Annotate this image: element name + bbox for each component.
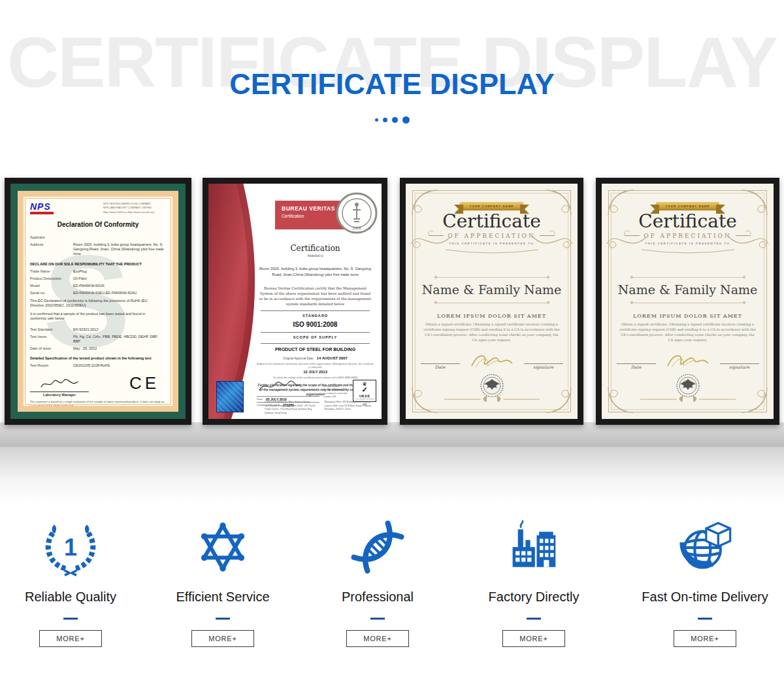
certificate-title: Certificate — [417, 212, 566, 232]
feature-label: Reliable Quality — [0, 590, 148, 605]
rohs-note: This EC-Declaration of conformity is fol… — [30, 299, 161, 308]
company-name-ribbon: YOUR COMPANY NAME — [460, 202, 523, 210]
certificate-title: Certificate — [613, 212, 762, 232]
signer-title: Laboratory Manager — [30, 391, 89, 397]
signature-icon — [257, 380, 302, 393]
feature-factory-directly: Factory Directly MORE+ — [457, 516, 611, 647]
field-value — [73, 235, 166, 240]
confirm-note: It is confirmed that a sample of the pro… — [30, 312, 161, 322]
globe-with-package-icon — [675, 517, 735, 577]
field-value: ED-FM40KW-60UK — [73, 284, 166, 288]
nps-logo-text: NPS — [30, 202, 54, 211]
certificate-subtitle: OF APPRECIATION — [644, 233, 732, 239]
divider — [632, 303, 744, 303]
body-text: Obtain a signed certificate. Obtaining a… — [423, 322, 561, 342]
signature-line: signature — [524, 363, 563, 370]
bureau-veritas-seal-icon: 1828 — [335, 192, 378, 235]
field-value: Pb, Hg, Cd, Cr6+, PBB, PBDE, HBCDD, DEHP… — [73, 335, 166, 344]
certificate-appreciation-2: YOUR COMPANY NAME Certificate OF APPRECI… — [596, 178, 779, 425]
field-label: Test Report — [30, 363, 73, 368]
recipient-name: Name & Family Name — [417, 282, 566, 297]
more-button[interactable]: MORE+ — [191, 630, 254, 647]
feature-reliable-quality: 1 Reliable Quality MORE+ — [0, 516, 148, 647]
certificate-page: YOUR COMPANY NAME Certificate OF APPRECI… — [602, 184, 774, 419]
more-button[interactable]: MORE+ — [502, 630, 565, 647]
dot-icon — [375, 118, 378, 122]
field-label: Product Description — [30, 276, 73, 281]
dash-decoration — [736, 235, 750, 236]
field-value: ED-FM40KW-60EU,ED-FM40KW-60AU — [73, 291, 166, 295]
feature-label: Professional — [301, 590, 455, 605]
certificate-title: Declaration Of Conformity — [30, 220, 166, 229]
signature-line: signature — [720, 363, 759, 370]
feature-professional: Professional MORE+ — [301, 516, 455, 647]
standard-label: STANDARD — [255, 314, 375, 318]
certificate-title: Certification — [255, 244, 375, 253]
gold-monogram-icon — [468, 349, 516, 373]
body-text: Obtain a signed certificate. Obtaining a… — [619, 322, 757, 342]
field-label: Applicant — [30, 235, 73, 240]
six-pointed-star-icon — [195, 519, 251, 575]
awarded-address: Room 3320, building 3, boke group headqu… — [255, 266, 375, 278]
standard-value: ISO 9001:2008 — [255, 321, 375, 328]
shelf-shadow — [0, 447, 784, 503]
field-label: Date of issue — [30, 346, 73, 351]
accent-dash — [370, 618, 385, 620]
field-label: Trade Name — [30, 269, 73, 274]
laurel-wreath-number-one-icon: 1 — [41, 518, 100, 576]
shelf-bar — [0, 422, 784, 447]
presented-line: THIS CERTIFICATE IS PRESENTED TO — [613, 242, 762, 245]
title-dots-decoration — [0, 116, 784, 124]
declare-heading: DECLARE ON OUR SOLE RESPONSIBILITY THAT … — [30, 262, 166, 267]
field-value: Oil Paint — [73, 276, 166, 281]
field-value: Room 3320, building 3, boke group headqu… — [73, 242, 166, 257]
presented-line: THIS CERTIFICATE IS PRESENTED TO — [417, 242, 566, 245]
gold-monogram-icon — [664, 349, 712, 373]
dash-decoration — [540, 235, 554, 236]
divider — [436, 303, 548, 303]
dot-icon — [392, 117, 398, 123]
valid-until-date: 13 JULY 2013 — [255, 370, 375, 374]
signature-block: Laboratory Manager — [30, 378, 89, 397]
certificate-bureau-veritas: BUREAU VERITAS Certification 1828 Certif… — [203, 178, 387, 425]
awarded-to: Awarded to — [255, 254, 375, 258]
certificate-appreciation-1: YOUR COMPANY NAME Certificate OF APPRECI… — [400, 178, 583, 425]
more-button[interactable]: MORE+ — [674, 630, 736, 647]
more-button[interactable]: MORE+ — [346, 630, 409, 647]
feature-label: Fast On-time Delivery — [628, 590, 782, 605]
dash-decoration — [625, 235, 640, 236]
dash-decoration — [429, 235, 444, 236]
divider — [261, 343, 370, 344]
dna-helix-icon — [348, 517, 408, 577]
approval-label: Original Approval Date: — [283, 357, 314, 360]
feature-label: Factory Directly — [457, 590, 611, 605]
date-line: Date — [617, 363, 656, 370]
ce-mark: CE — [129, 372, 159, 395]
hologram-sticker — [216, 381, 244, 412]
page-title: CERTIFICATE DISPLAY — [0, 67, 784, 101]
accent-dash — [527, 618, 541, 620]
divider — [436, 277, 548, 278]
dot-icon — [402, 116, 410, 124]
accreditation-note: Bureau Veritas Certification using the a… — [323, 380, 349, 399]
scope-value: PRODUCT OF STEEL FOR BUILDING — [255, 347, 375, 352]
accent-dash — [216, 618, 230, 620]
field-value: CE201205.1028-RoHS — [73, 363, 166, 368]
subject-note: Subject to the continued satisfactory op… — [255, 362, 375, 369]
company-info: NPS TESTING INSPECTION COMPANY NPS LABOR… — [103, 202, 166, 214]
dot-icon — [383, 118, 387, 122]
certify-statement: Bureau Veritas Certification certify tha… — [259, 286, 371, 307]
date-label: Date: — [257, 397, 263, 401]
arc-decoration — [443, 248, 541, 255]
certificate-page: S NPS NPS TESTING INSPECTION COMPANY NPS… — [18, 191, 178, 412]
divider — [261, 310, 370, 311]
scope-label: SCOPE OF SUPPLY — [255, 335, 375, 339]
more-button[interactable]: MORE+ — [39, 630, 102, 647]
svg-text:1828: 1828 — [352, 226, 361, 230]
bottom-flourish-icon — [639, 394, 737, 405]
divider — [632, 277, 744, 278]
accent-dash — [698, 618, 712, 620]
checkmark-icon: ✓ — [354, 386, 375, 393]
ukas-sublabel: MANAGEMENT SYSTEMS — [354, 398, 375, 400]
field-label: Test Items — [30, 335, 73, 344]
